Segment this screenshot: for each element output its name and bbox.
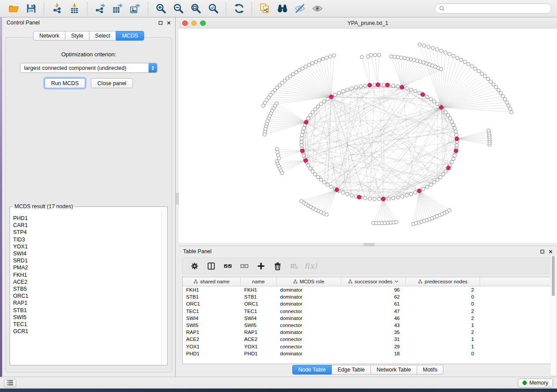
network-from-selection-icon (259, 3, 270, 14)
column-header-MCDS-role[interactable]: MCDS role (277, 277, 341, 286)
mcds-result-item[interactable]: TID3 (10, 236, 161, 243)
select-all-button[interactable] (220, 259, 235, 272)
import-network-button[interactable] (48, 1, 65, 16)
mcds-result-item[interactable]: PHD1 (10, 215, 161, 222)
table-cell: STB1 (183, 293, 241, 300)
network-view-area[interactable] (179, 29, 557, 243)
close-window-button[interactable] (182, 21, 188, 26)
zoom-fit-icon (190, 3, 201, 14)
mcds-result-item[interactable]: STB1 (10, 306, 161, 313)
show-all-button[interactable] (309, 1, 325, 16)
search-box[interactable] (435, 3, 552, 14)
mcds-result-item[interactable]: SWI4 (10, 250, 161, 257)
column-header-successor-nodes[interactable]: successor nodes (341, 277, 406, 286)
mcds-result-item[interactable]: PMA2 (10, 264, 161, 271)
save-button[interactable] (23, 1, 39, 16)
column-header-name[interactable]: name (241, 277, 277, 286)
open-folder-button[interactable] (5, 1, 22, 16)
column-header-shared-name[interactable]: shared name (183, 277, 241, 286)
zoom-in-button[interactable] (152, 1, 169, 16)
mcds-result-item[interactable]: ACE2 (10, 279, 161, 285)
tab-style[interactable]: Style (65, 31, 90, 41)
mcds-result-item[interactable]: RAP1 (10, 299, 161, 306)
close-panel-icon[interactable] (167, 21, 171, 25)
export-table-button[interactable] (109, 1, 126, 16)
float-table-panel-icon[interactable] (540, 250, 544, 254)
open-folder-icon (8, 3, 19, 14)
mcds-result-item[interactable]: CAR1 (10, 222, 161, 229)
zoom-out-button[interactable] (170, 1, 187, 16)
tab-network-table[interactable]: Network Table (370, 365, 417, 375)
import-table-button[interactable] (66, 1, 83, 16)
tab-node-table[interactable]: Node Table (292, 365, 332, 375)
export-image-button[interactable] (127, 1, 143, 16)
table-scrollbar[interactable] (550, 256, 556, 375)
column-chooser-button[interactable] (204, 259, 218, 272)
zoom-selected-button[interactable] (205, 1, 221, 16)
panel-menu-button[interactable] (4, 379, 16, 387)
run-mcds-button[interactable]: Run MCDS (45, 78, 85, 88)
zoom-window-button[interactable] (200, 21, 206, 26)
network-from-selection-button[interactable] (256, 1, 273, 16)
first-neighbors-button[interactable] (274, 1, 291, 16)
table-row[interactable]: ORC1ORC1dominator610 (183, 300, 553, 307)
horizontal-splitter[interactable] (179, 243, 557, 246)
table-row[interactable]: TEC1TEC1connector472 (183, 308, 553, 315)
memory-button[interactable]: Memory (518, 378, 553, 388)
table-row[interactable]: SWI5SWI5connector431 (183, 322, 553, 329)
table-cell: 2 (406, 308, 480, 315)
vertical-splitter[interactable] (176, 17, 179, 377)
mcds-result-item[interactable]: SRD1 (10, 257, 161, 264)
column-header-predecessor-nodes[interactable]: predecessor nodes (406, 277, 480, 286)
table-cell: connector (277, 308, 341, 315)
table-scrollbar-thumb[interactable] (552, 256, 555, 296)
delete-rows-button[interactable] (270, 259, 285, 272)
add-row-button[interactable] (253, 259, 268, 272)
table-cell: RAP1 (183, 329, 241, 336)
close-panel-button[interactable]: Close panel (91, 78, 133, 88)
tab-mcds[interactable]: MCDS (116, 31, 144, 41)
close-table-panel-icon[interactable] (549, 250, 553, 254)
tab-network[interactable]: Network (33, 31, 66, 41)
search-input[interactable] (447, 5, 547, 12)
vertical-splitter-handle[interactable] (176, 193, 179, 204)
tab-select[interactable]: Select (89, 31, 117, 41)
mcds-result-item[interactable]: ORC1 (10, 292, 161, 299)
mcds-result-item[interactable]: TEC1 (10, 321, 161, 328)
table-row[interactable]: PHD1PHD1dominator180 (183, 350, 553, 357)
control-panel-title: Control Panel (7, 20, 40, 26)
table-settings-button[interactable] (187, 259, 202, 272)
export-network-button[interactable] (92, 1, 108, 16)
toolbar-separator (148, 2, 148, 15)
mcds-result-scrollbar[interactable] (161, 210, 166, 364)
network-canvas[interactable] (179, 29, 557, 243)
hide-selected-button[interactable] (291, 1, 308, 16)
optimization-criterion-select[interactable]: largest connected component (undirected) (20, 63, 157, 73)
tab-edge-table[interactable]: Edge Table (332, 365, 371, 375)
table-row[interactable]: ACE2ACE2connector311 (183, 336, 553, 343)
tab-motifs[interactable]: Motifs (417, 365, 443, 375)
table-cell: SWI4 (241, 315, 277, 322)
mcds-result-item[interactable]: FKH1 (10, 272, 161, 279)
float-panel-icon[interactable] (159, 21, 163, 25)
horizontal-splitter-handle[interactable] (364, 243, 374, 246)
zoom-fit-button[interactable] (187, 1, 204, 16)
mcds-result-item[interactable]: GCR1 (10, 328, 161, 335)
mcds-result-item[interactable]: YOX1 (10, 243, 161, 250)
toolbar-separator (87, 2, 87, 15)
table-row[interactable]: SWI4SWI4dominator462 (183, 315, 553, 322)
table-header-row: shared namenameMCDS rolesuccessor nodesp… (183, 277, 553, 286)
table-row[interactable]: STB1STB1dominator620 (183, 293, 553, 300)
mcds-result-item[interactable]: STB5 (10, 285, 161, 292)
table-row[interactable]: FKH1FKH1dominator962 (183, 286, 553, 293)
deselect-all-button[interactable] (237, 259, 252, 272)
table-row[interactable]: RAP1RAP1dominator352 (183, 329, 553, 336)
table-cell: PHD1 (183, 350, 241, 357)
refresh-layout-button[interactable] (231, 1, 247, 16)
mcds-result-item[interactable]: STP4 (10, 229, 161, 236)
table-row[interactable]: YOX1YOX1connector291 (183, 343, 553, 350)
table-cell: FKH1 (241, 286, 277, 293)
table-cell: PHD1 (241, 350, 277, 357)
column-header-label: MCDS role (300, 279, 324, 284)
mcds-result-item[interactable]: SWI5 (10, 314, 161, 321)
